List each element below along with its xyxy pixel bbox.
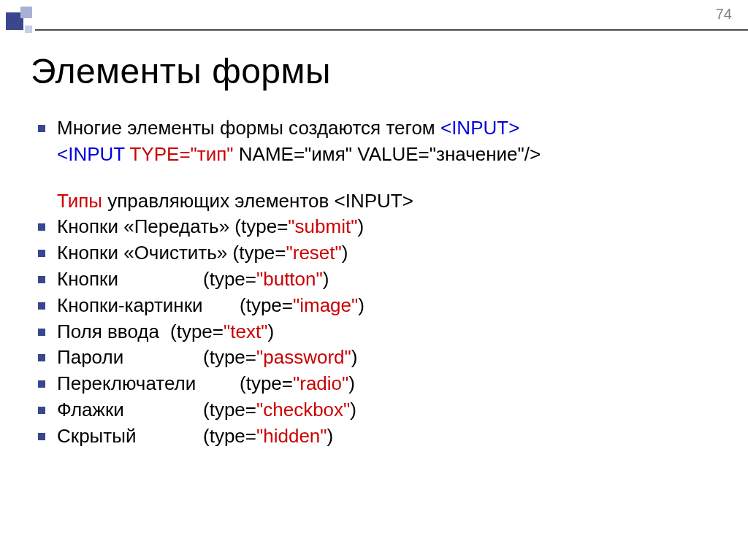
item-close: ) <box>351 346 358 368</box>
list-item: Кнопки «Передать» (type="submit") <box>31 215 726 239</box>
item-label: Флажки <box>57 398 203 423</box>
item-close: ) <box>357 215 364 237</box>
subtitle-types: Типы <box>57 190 102 212</box>
item-label: Кнопки «Очистить» <box>57 242 233 264</box>
item-type-word: (type= <box>203 268 256 290</box>
syntax-attr-type: TYPE=" <box>129 143 196 165</box>
item-type-value: "checkbox" <box>256 399 350 421</box>
item-type-value: "radio" <box>293 372 348 394</box>
item-type-word: (type= <box>240 372 293 394</box>
item-type-word: (type= <box>203 346 256 368</box>
item-label: Кнопки «Передать» <box>57 215 234 237</box>
item-type-value: "password" <box>256 346 351 368</box>
slide-content: Элементы формы Многие элементы формы соз… <box>31 51 726 450</box>
item-type-value: "reset" <box>286 242 342 264</box>
item-type-word: (type= <box>233 242 286 264</box>
syntax-open: <INPUT <box>57 143 129 165</box>
list-item: Скрытый(type="hidden") <box>31 424 726 449</box>
item-label: Поля ввода <box>57 320 170 345</box>
list-item: Поля ввода(type="text") <box>31 320 726 345</box>
item-close: ) <box>267 321 274 342</box>
list-item: Флажки(type="checkbox") <box>31 398 726 423</box>
subtitle-line: Типы управляющих элементов <INPUT> <box>31 189 726 214</box>
syntax-attr-type-val: тип <box>197 143 227 165</box>
item-type-word: (type= <box>170 321 224 342</box>
bullet-list: Многие элементы формы создаются тегом <I… <box>31 116 726 449</box>
item-type-value: "hidden" <box>256 425 327 447</box>
list-item: Пароли(type="password") <box>31 345 726 370</box>
item-close: ) <box>348 372 355 394</box>
subtitle-rest: управляющих элементов <INPUT> <box>102 190 413 212</box>
intro-tag: <INPUT> <box>440 117 519 139</box>
syntax-line: <INPUT TYPE="тип" NAME="имя" VALUE="знач… <box>31 142 726 167</box>
syntax-mid: " <box>226 143 238 165</box>
item-type-value: "submit" <box>288 215 357 237</box>
item-label: Скрытый <box>57 424 203 449</box>
item-label: Кнопки-картинки <box>57 294 240 318</box>
item-close: ) <box>323 268 329 290</box>
intro-line: Многие элементы формы создаются тегом <I… <box>31 116 726 141</box>
list-item: Переключатели(type="radio") <box>31 372 726 396</box>
item-close: ) <box>358 294 365 316</box>
list-item: Кнопки-картинки(type="image") <box>31 294 726 318</box>
item-type-word: (type= <box>240 294 293 316</box>
item-label: Кнопки <box>57 267 203 292</box>
intro-text: Многие элементы формы создаются тегом <box>57 117 440 139</box>
item-type-word: (type= <box>203 425 256 447</box>
item-close: ) <box>327 425 334 447</box>
item-type-value: "button" <box>256 268 323 290</box>
list-item: Кнопки «Очистить» (type="reset") <box>31 241 726 266</box>
slide-title: Элементы формы <box>31 51 726 91</box>
item-label: Пароли <box>57 345 203 370</box>
item-type-word: (type= <box>203 399 256 421</box>
header-divider <box>35 29 748 31</box>
item-type-value: "image" <box>293 294 358 316</box>
item-type-word: (type= <box>234 215 288 237</box>
list-item: Кнопки(type="button") <box>31 267 726 292</box>
item-label: Переключатели <box>57 372 240 396</box>
syntax-name-value: NAME="имя" VALUE="значение"/> <box>239 143 541 165</box>
item-close: ) <box>342 242 348 264</box>
page-number: 74 <box>716 6 732 23</box>
item-type-value: "text" <box>224 321 267 342</box>
item-close: ) <box>350 399 356 421</box>
